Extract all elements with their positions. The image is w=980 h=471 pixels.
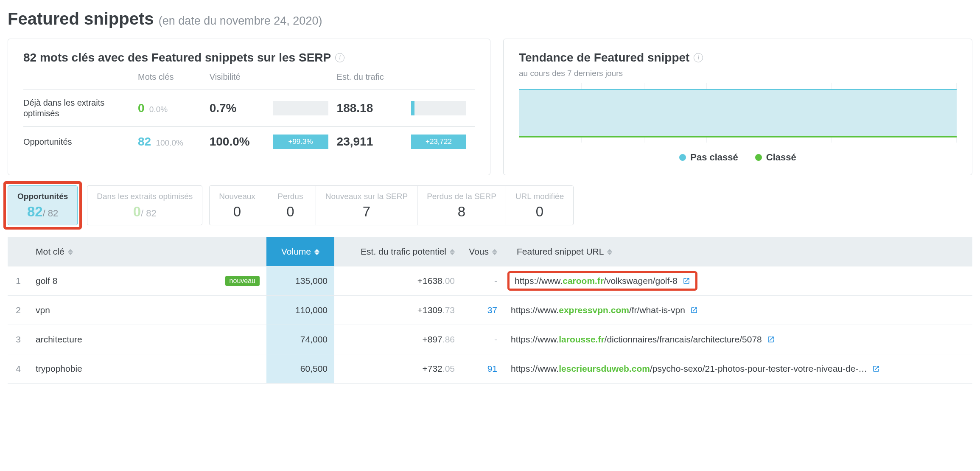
- volume-value: 60,500: [266, 354, 334, 384]
- external-link-icon[interactable]: [690, 306, 698, 314]
- page-title: Featured snippets (en date du novembre 2…: [8, 9, 972, 28]
- trend-card-subtitle: au cours des 7 derniers jours: [519, 69, 957, 78]
- traffic-value: +732.05: [334, 354, 462, 384]
- legend-ranked[interactable]: Classé: [755, 152, 796, 163]
- trend-area-unranked: [519, 89, 957, 137]
- table-row: 2 vpn 110,000 +1309.73 37 https://www.ex…: [8, 296, 972, 325]
- summary-metrics-table: Mots clés Visibilité Est. du trafic Déjà…: [23, 69, 475, 157]
- sort-icon: [607, 249, 612, 255]
- row-opportunities: Opportunités 82 100.0% 100.0% +99.3% 23,…: [23, 127, 475, 157]
- volume-value: 110,000: [266, 296, 334, 325]
- traffic-value: 188.18: [337, 101, 373, 115]
- sort-icon: [68, 249, 73, 255]
- table-row: 3 architecture 74,000 +897.86 - https://…: [8, 325, 972, 354]
- tab-group-changes: Nouveaux 0 Perdus 0 Nouveaux sur la SERP…: [209, 185, 574, 225]
- traffic-value: +1638.00: [334, 266, 462, 296]
- highlight-annotation: Opportunités 82/ 82: [3, 181, 82, 230]
- row-index: 4: [8, 354, 29, 384]
- trend-card: Tendance de Featured snippet i au cours …: [503, 39, 972, 175]
- highlight-annotation: https://www.caroom.fr/volkswagen/golf-8: [507, 271, 697, 291]
- tab-lost-from-serp[interactable]: Perdus de la SERP 8: [417, 186, 506, 225]
- trend-chart: [519, 83, 957, 143]
- external-link-icon[interactable]: [683, 277, 690, 285]
- page-title-text: Featured snippets: [8, 9, 154, 28]
- trend-line-ranked: [519, 136, 957, 137]
- col-traffic: Est. du trafic: [337, 69, 411, 90]
- table-row: 1 golf 8nouveau 135,000 +1638.00 - https…: [8, 266, 972, 296]
- kw-count: 82: [138, 135, 151, 148]
- volume-value: 135,000: [266, 266, 334, 296]
- traffic-value: +897.86: [334, 325, 462, 354]
- col-keywords: Mots clés: [138, 69, 210, 90]
- keyword-text[interactable]: vpn: [36, 305, 50, 315]
- keyword-text[interactable]: architecture: [36, 334, 82, 345]
- th-keyword[interactable]: Mot clé: [29, 237, 266, 266]
- trend-legend: Pas classé Classé: [519, 152, 957, 163]
- you-position: -: [494, 276, 497, 286]
- external-link-icon[interactable]: [872, 365, 880, 373]
- col-visibility: Visibilité: [210, 69, 273, 90]
- volume-value: 74,000: [266, 325, 334, 354]
- visibility-value: 0.7%: [210, 101, 237, 115]
- info-icon[interactable]: i: [694, 53, 703, 62]
- dot-icon: [755, 154, 762, 161]
- you-position: 91: [487, 364, 497, 373]
- summary-card: 82 mots clés avec des Featured snippets …: [8, 39, 490, 175]
- legend-unranked[interactable]: Pas classé: [679, 152, 738, 163]
- external-link-icon[interactable]: [767, 336, 775, 343]
- keyword-text[interactable]: golf 8: [36, 276, 57, 286]
- snippet-url[interactable]: https://www.larousse.fr/dictionnaires/fr…: [511, 334, 762, 345]
- badge-new: nouveau: [225, 276, 260, 286]
- summary-card-title: 82 mots clés avec des Featured snippets …: [23, 51, 475, 64]
- sort-icon: [314, 249, 319, 255]
- filter-tabs: Opportunités 82/ 82 Dans les extraits op…: [8, 185, 972, 225]
- trend-card-title: Tendance de Featured snippet i: [519, 51, 957, 64]
- table-row: 4 trypophobie 60,500 +732.05 91 https://…: [8, 354, 972, 384]
- row-index: 3: [8, 325, 29, 354]
- you-position: 37: [487, 305, 497, 315]
- keywords-table: Mot clé Volume Est. du trafic potentiel …: [8, 237, 972, 384]
- info-icon[interactable]: i: [335, 53, 344, 62]
- traffic-value: +1309.73: [334, 296, 462, 325]
- snippet-url[interactable]: https://www.caroom.fr/volkswagen/golf-8: [515, 276, 678, 286]
- page-subtitle: (en date du novembre 24, 2020): [159, 14, 322, 27]
- traffic-bar: +23,722: [411, 135, 466, 149]
- th-volume[interactable]: Volume: [266, 237, 334, 266]
- tab-url-changed[interactable]: URL modifiée 0: [506, 186, 573, 225]
- traffic-bar: [411, 101, 466, 115]
- visibility-value: 100.0%: [210, 135, 250, 148]
- keyword-text[interactable]: trypophobie: [36, 364, 82, 374]
- snippet-url[interactable]: https://www.expressvpn.com/fr/what-is-vp…: [511, 305, 685, 315]
- kw-count: 0: [138, 101, 145, 115]
- tab-new[interactable]: Nouveaux 0: [210, 186, 265, 225]
- th-you[interactable]: Vous: [462, 237, 504, 266]
- row-index: 1: [8, 266, 29, 296]
- th-traffic[interactable]: Est. du trafic potentiel: [334, 237, 462, 266]
- sort-icon: [492, 249, 497, 255]
- tab-in-snippets[interactable]: Dans les extraits optimisés 0/ 82: [87, 185, 202, 225]
- sort-icon: [450, 249, 455, 255]
- snippet-url[interactable]: https://www.lescrieursduweb.com/psycho-s…: [511, 364, 867, 374]
- th-url[interactable]: Featured snippet URL: [504, 237, 972, 266]
- visibility-bar: [273, 101, 328, 115]
- tab-opportunities[interactable]: Opportunités 82/ 82: [8, 185, 78, 225]
- traffic-value: 23,911: [337, 135, 373, 148]
- visibility-bar: +99.3%: [273, 135, 328, 149]
- row-already-in-snippets: Déjà dans les extraits optimisés 0 0.0% …: [23, 90, 475, 127]
- row-index: 2: [8, 296, 29, 325]
- tab-lost[interactable]: Perdus 0: [265, 186, 316, 225]
- you-position: -: [494, 334, 497, 344]
- tab-new-on-serp[interactable]: Nouveaux sur la SERP 7: [316, 186, 417, 225]
- dot-icon: [679, 154, 686, 161]
